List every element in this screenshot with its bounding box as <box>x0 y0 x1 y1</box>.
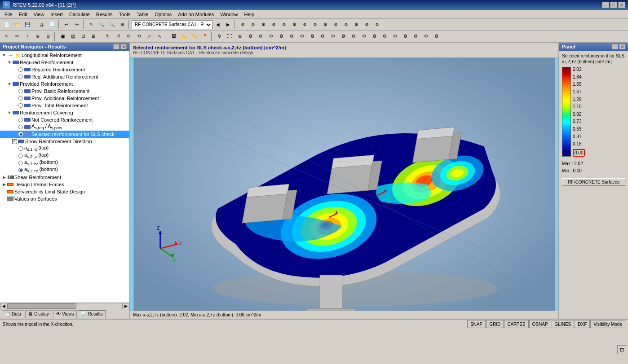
tb-open[interactable]: 📂 <box>12 20 22 30</box>
tb-r14[interactable]: ⚙ <box>372 20 382 30</box>
tree-item-shear-reinf[interactable]: ▶ Shear Reinforcement <box>0 174 129 181</box>
menu-table[interactable]: Table <box>134 11 151 18</box>
menu-addon[interactable]: Add-on Modules <box>175 11 217 18</box>
tb2-15[interactable]: ⤡ <box>155 31 164 41</box>
tb-zoom-in[interactable]: 🔍 <box>97 20 106 30</box>
scroll-left-btn[interactable]: ◀ <box>0 303 7 309</box>
tb-next[interactable]: ▶ <box>223 20 233 30</box>
tb2-11[interactable]: ↺ <box>113 31 123 41</box>
tree-item-as1-top[interactable]: as,1,-z (top) <box>0 145 129 152</box>
tree-item-provbasic[interactable]: Prov. Basic Reinforcement <box>0 88 129 95</box>
menu-help[interactable]: Help <box>242 11 257 18</box>
tb-save[interactable]: 💾 <box>22 20 32 30</box>
tb-r2[interactable]: ⚙ <box>248 20 258 30</box>
menu-tools[interactable]: Tools <box>116 11 133 18</box>
radio-provbasic[interactable] <box>17 88 24 94</box>
tree-container[interactable]: ▼ ─ 📁 Longitudinal Reinforcement ▼ Requi… <box>0 51 129 303</box>
tb2-41[interactable]: ⚙ <box>431 31 441 41</box>
radio-reqreinf[interactable] <box>17 66 24 73</box>
tree-item-reinf-covering[interactable]: ▼ Reinforcement Covering <box>0 109 129 116</box>
nav-data-btn[interactable]: 📋 Data <box>2 310 24 318</box>
tb-zoom-fit[interactable]: ⊞ <box>117 20 127 30</box>
scroll-right-btn[interactable]: ▶ <box>122 303 129 309</box>
expand-provreinf[interactable]: ▼ <box>6 81 13 87</box>
tab-dxf[interactable]: DXF <box>575 320 590 328</box>
radio-not-covered[interactable] <box>17 117 24 123</box>
tb2-33[interactable]: ⚙ <box>349 31 358 41</box>
tb2-32[interactable]: ⚙ <box>338 31 348 41</box>
panel-header-buttons[interactable]: ─ ✕ <box>113 44 127 49</box>
tb-cursor[interactable]: ↖ <box>86 20 96 30</box>
radio-sls[interactable] <box>17 131 24 137</box>
tb-redo[interactable]: ↪ <box>72 20 82 30</box>
rf-concrete-surfaces-button[interactable]: RF-CONCRETE Surfaces <box>562 178 625 186</box>
tree-item-provadd[interactable]: Prov. Additional Reinforcement <box>0 95 129 102</box>
tab-snap[interactable]: SNAP <box>467 320 486 328</box>
radio-as2-top[interactable] <box>17 153 24 159</box>
tb2-7[interactable]: ▤ <box>68 31 78 41</box>
close-button[interactable]: ✕ <box>618 2 625 8</box>
menu-edit[interactable]: Edit <box>16 11 30 18</box>
title-bar-controls[interactable]: ─ □ ✕ <box>602 2 625 8</box>
tb-r8[interactable]: ⚙ <box>310 20 320 30</box>
tb-zoom-out[interactable]: 🔍 <box>107 20 117 30</box>
tb2-13[interactable]: ⟲ <box>134 31 144 41</box>
radio-as2-bot[interactable] <box>17 167 24 173</box>
checkbox-show-direction[interactable]: ✓ <box>11 138 18 145</box>
menu-results[interactable]: Results <box>93 11 115 18</box>
scroll-track[interactable] <box>7 303 122 309</box>
tree-item-asreq-asprov[interactable]: As,req / As,prov <box>0 123 129 131</box>
radio-provadd[interactable] <box>17 95 24 101</box>
tb2-19[interactable]: 📍 <box>200 31 210 41</box>
expand-design-forces[interactable]: ▶ <box>1 181 7 188</box>
viewport[interactable]: X Y Z <box>130 58 558 311</box>
tree-item-reqreinf-parent[interactable]: ▼ Required Reinforcement <box>0 59 129 66</box>
expand-shear[interactable]: ▶ <box>1 174 7 180</box>
nav-results-btn[interactable]: 📊 Results <box>78 310 106 318</box>
tree-item-as2-bot[interactable]: as,2,+z (bottom) <box>0 167 129 174</box>
tb2-31[interactable]: ⚙ <box>328 31 338 41</box>
tree-item-as2-top[interactable]: as,2,-z (top) <box>0 152 129 159</box>
minimize-button[interactable]: ─ <box>602 2 609 8</box>
tb2-14[interactable]: ⤢ <box>144 31 154 41</box>
tb2-25[interactable]: ⚙ <box>266 31 276 41</box>
radio-as1-bot[interactable] <box>17 160 24 166</box>
tb2-28[interactable]: ⚙ <box>297 31 307 41</box>
tab-cartes[interactable]: CARTES <box>504 320 528 328</box>
tb2-36[interactable]: ⚙ <box>380 31 389 41</box>
tree-item-not-covered[interactable]: Not Covered Reinforcement <box>0 116 129 123</box>
tree-item-reqreinf[interactable]: Required Reinforcement <box>0 66 129 73</box>
tree-item-as1-bot[interactable]: as,1,+z (bottom) <box>0 159 129 167</box>
tb-print[interactable]: 🖨 <box>37 20 47 30</box>
rp-pin-btn[interactable]: ─ <box>612 44 618 49</box>
tb2-1[interactable]: ↖ <box>2 31 12 41</box>
tb-print2[interactable]: 📃 <box>47 20 57 30</box>
tab-glines[interactable]: GLINES <box>552 320 575 328</box>
radio-asreq[interactable] <box>17 124 24 130</box>
rp-close-btn[interactable]: ✕ <box>619 44 625 49</box>
tab-visibility[interactable]: Visibility Mode <box>590 320 625 328</box>
tb2-2[interactable]: ✂ <box>12 31 22 41</box>
menu-view[interactable]: View <box>31 11 47 18</box>
tab-osnap[interactable]: OSNAP <box>529 320 551 328</box>
tb2-5[interactable]: ⊖ <box>43 31 53 41</box>
tb2-17[interactable]: 📐 <box>179 31 189 41</box>
tree-item-values-surfaces[interactable]: Values on Surfaces <box>0 195 129 202</box>
menu-file[interactable]: File <box>2 11 15 18</box>
tb2-8[interactable]: ⊡ <box>78 31 88 41</box>
menu-window[interactable]: Window <box>217 11 240 18</box>
tb2-27[interactable]: ⚙ <box>287 31 296 41</box>
tb2-26[interactable]: ⚙ <box>276 31 286 41</box>
tb-r3[interactable]: ⚙ <box>258 20 268 30</box>
tree-item-provreinf-parent[interactable]: ▼ Provided Reinforcement <box>0 80 129 88</box>
tb-r6[interactable]: ⚙ <box>289 20 299 30</box>
tb-r10[interactable]: ⚙ <box>331 20 341 30</box>
tb2-37[interactable]: ⚙ <box>390 31 400 41</box>
tb2-23[interactable]: ⚙ <box>245 31 255 41</box>
tb-r4[interactable]: ⚙ <box>269 20 279 30</box>
tb-r12[interactable]: ⚙ <box>351 20 361 30</box>
tree-item-longreinf[interactable]: ▼ ─ 📁 Longitudinal Reinforcement <box>0 52 129 59</box>
tb2-3[interactable]: + <box>22 31 32 41</box>
panel-pin-button[interactable]: ─ <box>113 44 119 49</box>
tb-prev[interactable]: ◀ <box>213 20 223 30</box>
